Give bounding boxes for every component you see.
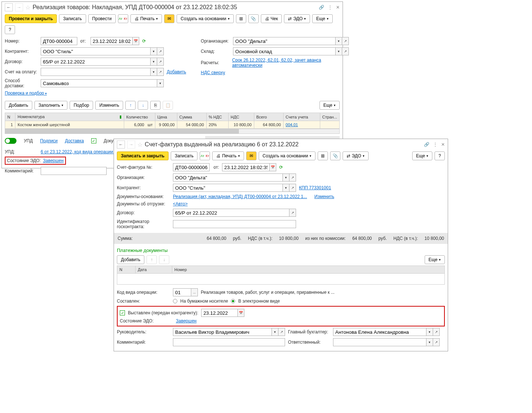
dropdown-icon[interactable]: ▾	[272, 328, 278, 336]
items-more-button[interactable]: Еще	[319, 101, 340, 110]
link-icon[interactable]: 🔗	[319, 5, 324, 10]
open-icon[interactable]: ↗	[157, 58, 164, 66]
add-link[interactable]: Добавить	[167, 69, 186, 74]
copy-icon[interactable]: ⎘	[150, 101, 160, 110]
col-price[interactable]: Цена	[155, 113, 177, 121]
move-up-icon[interactable]: ↑	[125, 101, 136, 110]
star-icon[interactable]: ☆	[137, 141, 143, 148]
move-down-icon[interactable]: ↓	[138, 101, 148, 110]
menu-icon[interactable]: ⋮	[433, 142, 437, 147]
change-button[interactable]: Изменить	[95, 101, 123, 110]
mail-icon[interactable]: ✉	[246, 151, 256, 160]
op-code-input[interactable]	[173, 288, 191, 296]
fill-button[interactable]: Заполнить	[34, 101, 67, 110]
dropdown-icon[interactable]: ▾	[151, 58, 157, 66]
col-n[interactable]: N	[117, 266, 136, 274]
dogovor-input[interactable]	[41, 58, 151, 66]
horizontal-scrollbar[interactable]	[5, 129, 340, 134]
print-button[interactable]: 🖨 Печать	[212, 151, 244, 160]
paper-radio[interactable]	[173, 299, 177, 303]
cheque-button[interactable]: 🖨 Чек	[261, 14, 282, 23]
open-icon[interactable]: ↗	[157, 47, 164, 55]
acc-input[interactable]	[333, 328, 426, 336]
electronic-radio[interactable]	[231, 299, 235, 303]
change-link[interactable]: Изменить	[314, 194, 334, 199]
dropdown-icon[interactable]: ▾	[336, 37, 342, 45]
col-qty[interactable]: Количество	[124, 113, 155, 121]
dropdown-icon[interactable]: ▾	[157, 79, 164, 87]
attach-icon[interactable]: 📎	[330, 151, 340, 160]
move-up-icon[interactable]: ↑	[147, 255, 157, 264]
open-icon[interactable]: ↗	[289, 184, 296, 192]
help-button[interactable]: ?	[5, 25, 15, 34]
post-button[interactable]: Провести	[88, 14, 116, 23]
attach-icon[interactable]: 📎	[248, 14, 259, 23]
org-input[interactable]	[233, 37, 336, 45]
date-input[interactable]	[90, 37, 133, 45]
warehouse-input[interactable]	[233, 47, 336, 55]
ship-link[interactable]: <Авто>	[173, 201, 188, 206]
col-date[interactable]: Дата	[136, 266, 172, 274]
open-icon[interactable]: ↗	[342, 47, 349, 55]
signed-checkbox[interactable]: ✓	[91, 138, 96, 143]
related-icon[interactable]: ⊞	[236, 14, 246, 23]
dropdown-icon[interactable]: ▾	[283, 184, 289, 192]
basis-link[interactable]: Реализация (акт, накладная, УПД) ДТ00-00…	[173, 194, 307, 199]
delivery-link[interactable]: Доставка	[65, 138, 84, 143]
forward-button[interactable]: →	[127, 140, 135, 149]
add-payment-button[interactable]: Добавить	[117, 255, 144, 264]
col-number[interactable]: Номер	[172, 266, 445, 274]
kpp-link[interactable]: КПП 773301001	[299, 185, 331, 190]
dropdown-icon[interactable]: ▾	[426, 338, 433, 346]
back-button[interactable]: ←	[117, 140, 125, 149]
col-nom[interactable]: Номенклатура ▮	[15, 113, 124, 121]
contr-input[interactable]	[173, 184, 283, 192]
edo-state-link[interactable]: Завершен	[43, 158, 63, 163]
calendar-icon[interactable]: 📅	[238, 309, 244, 317]
sf-num-input[interactable]	[173, 163, 210, 171]
save-button[interactable]: Записать	[59, 14, 86, 23]
calc-link[interactable]: Срок 26.12.2022, 62.01, 62.02, зачет ава…	[232, 58, 349, 68]
open-icon[interactable]: ↗	[342, 37, 349, 45]
edo-button[interactable]: ⇄ ЭДО	[284, 14, 310, 23]
number-input[interactable]	[41, 37, 77, 45]
comment-input[interactable]	[41, 167, 107, 175]
contract-id-input[interactable]	[173, 220, 296, 228]
refresh-icon[interactable]: ⟳	[142, 39, 146, 44]
payments-more-button[interactable]: Еще	[425, 255, 445, 264]
forward-button[interactable]: →	[15, 3, 23, 11]
more-button[interactable]: Еще	[312, 14, 332, 23]
empty-row[interactable]	[117, 274, 445, 285]
save-close-button[interactable]: Записать и закрыть	[117, 151, 169, 160]
calendar-icon[interactable]: 📅	[133, 37, 139, 45]
more-button[interactable]: Еще	[412, 151, 432, 160]
col-country[interactable]: Стран...	[320, 113, 339, 121]
add-item-button[interactable]: Добавить	[5, 101, 32, 110]
upd-doc-link[interactable]: 6 от 23.12.2022, код вида операции 01	[41, 149, 119, 154]
dtkt-icon[interactable]: АтКт	[200, 151, 210, 160]
org-input[interactable]	[173, 173, 283, 182]
mail-icon[interactable]: ✉	[164, 14, 174, 23]
paste-icon[interactable]: 📋	[163, 101, 173, 110]
dogovor-input[interactable]	[173, 209, 289, 217]
open-icon[interactable]: ↗	[433, 338, 440, 346]
delivery-input[interactable]	[41, 79, 157, 87]
help-button[interactable]: ?	[435, 151, 445, 160]
close-icon[interactable]: ✕	[336, 5, 340, 10]
col-vatpct[interactable]: % НДС	[206, 113, 228, 121]
dropdown-icon[interactable]: ▾	[151, 68, 157, 76]
col-sum[interactable]: Сумма	[177, 113, 206, 121]
open-icon[interactable]: ↗	[157, 68, 164, 76]
dtkt-icon[interactable]: АтКт	[118, 14, 128, 23]
table-row[interactable]: 1 Костюм женский шерстяной 6,000 шт 9 00…	[5, 121, 340, 129]
dropdown-icon[interactable]: ▾	[336, 47, 342, 55]
select-button[interactable]: Подбор	[70, 101, 93, 110]
create-based-button[interactable]: Создать на основании	[177, 14, 234, 23]
col-account[interactable]: Счета учета	[283, 113, 320, 121]
save-button[interactable]: Записать	[171, 151, 197, 160]
head-input[interactable]	[173, 328, 272, 336]
back-button[interactable]: ←	[5, 3, 13, 11]
move-down-icon[interactable]: ↓	[159, 255, 169, 264]
dropdown-icon[interactable]: ▾	[151, 47, 157, 55]
open-icon[interactable]: ↗	[278, 328, 285, 336]
